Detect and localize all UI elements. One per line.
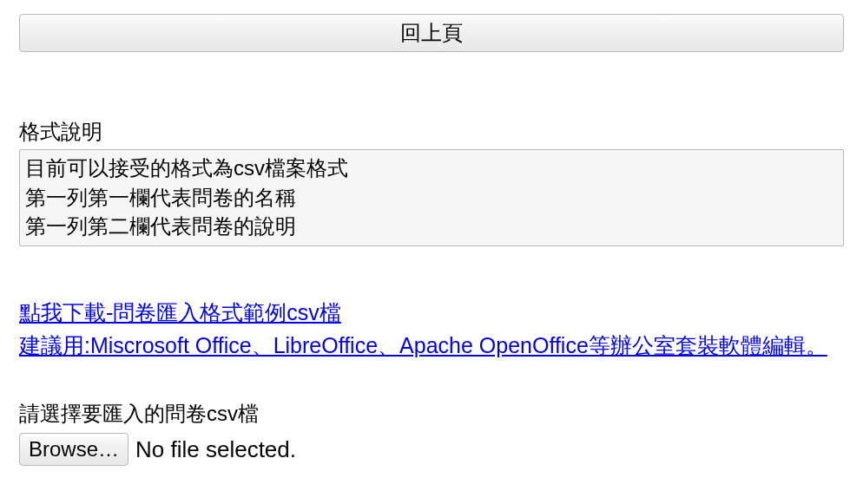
download-example-link[interactable]: 點我下載-問卷匯入格式範例csv檔 [19, 300, 341, 324]
upload-label: 請選擇要匯入的問卷csv檔 [19, 400, 844, 428]
format-description-label: 格式說明 [19, 118, 844, 146]
software-recommendation-link[interactable]: 建議用:Miscrosoft Office、LibreOffice、Apache… [19, 333, 827, 357]
back-button[interactable]: 回上頁 [19, 14, 844, 52]
format-description-textarea[interactable] [19, 149, 844, 246]
file-status-text: No file selected. [135, 436, 296, 463]
file-input-row: Browse… No file selected. [19, 433, 844, 466]
browse-button[interactable]: Browse… [19, 433, 128, 466]
links-section: 點我下載-問卷匯入格式範例csv檔 建議用:Miscrosoft Office、… [19, 297, 844, 362]
